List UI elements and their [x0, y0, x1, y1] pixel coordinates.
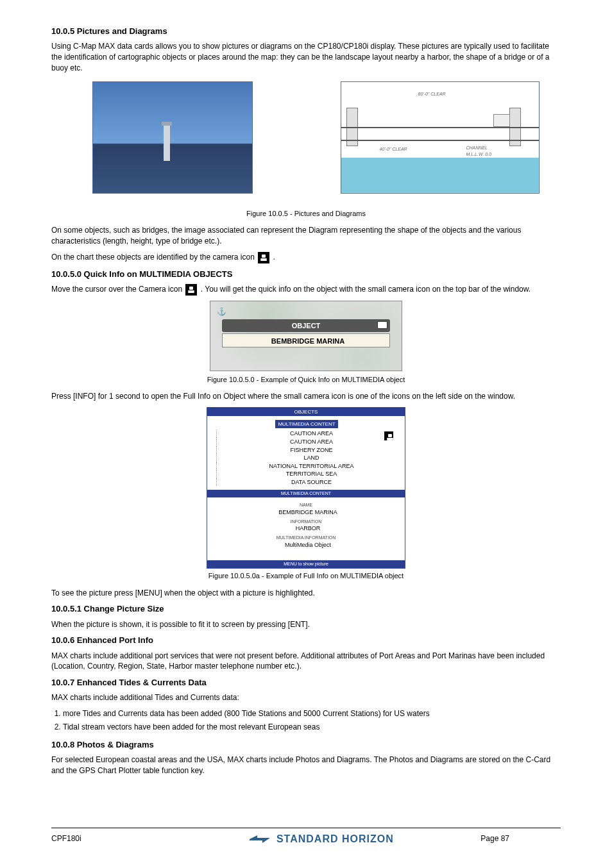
footer-brand: STANDARD HORIZON: [248, 832, 394, 846]
footer-page-number: Page 87: [480, 833, 509, 844]
heading-port-info: 10.0.6 Enhanced Port Info: [51, 635, 561, 646]
camera-icon: [258, 252, 269, 263]
fullinfo-titlebar: OBJECTS: [207, 408, 405, 416]
tree-item: CAUTION AREA: [216, 430, 400, 438]
fullinfo-tag: MULTIMEDIA CONTENT: [275, 420, 337, 428]
page-footer: CPF180i STANDARD HORIZON Page 87: [51, 828, 561, 846]
heading-photos-diagrams: 10.0.8 Photos & Diagrams: [51, 739, 561, 751]
fullinfo-top-panel: MULTIMEDIA CONTENT CAUTION AREA CAUTION …: [207, 416, 405, 490]
anchor-icon: ⚓: [217, 306, 226, 317]
figure-caption-2: Figure 10.0.5.0 - Example of Quick Info …: [51, 375, 561, 385]
para-quick-info: Move the cursor over the Camera icon . Y…: [51, 284, 561, 296]
fullinfo-midbar: MULTIMEDIA CONTENT: [207, 490, 405, 497]
quick-text-before: Move the cursor over the Camera icon: [51, 285, 182, 294]
bridge-diagram: 80'-0" CLEAR 40'-0" CLEAR CHANNEL M.L.L.…: [341, 81, 540, 194]
tree-item: NATIONAL TERRITORIAL AREA: [216, 462, 400, 471]
fullinfo-mm-label: MULTIMEDIA INFORMATION: [212, 535, 400, 541]
popup-header: OBJECT: [222, 319, 390, 332]
para-camera-icon-text: On the chart these objects are identifie…: [51, 253, 255, 262]
camera-icon-small-wrap: [383, 431, 392, 440]
lighthouse-photo: [92, 81, 253, 194]
bridge-dim-left: 40'-0" CLEAR: [380, 146, 407, 153]
para-steps-intro: To see the picture press [MENU] when the…: [51, 588, 561, 599]
list-item: more Tides and Currents data has been ad…: [63, 708, 561, 719]
bridge-dim-top: 80'-0" CLEAR: [418, 91, 446, 97]
tides-list: more Tides and Currents data has been ad…: [51, 708, 561, 733]
heading-tides: 10.0.7 Enhanced Tides & Currents Data: [51, 677, 561, 689]
tree-item: FISHERY ZONE: [216, 446, 400, 455]
para-bridge-diagram: On some objects, such as bridges, the im…: [51, 225, 561, 247]
heading-change-picture: 10.0.5.1 Change Picture Size: [51, 603, 561, 615]
camera-icon: [384, 431, 393, 440]
heading-quick-info: 10.0.5.0 Quick Info on MULTIMEDIA OBJECT…: [51, 269, 561, 280]
object-popup: ⚓ OBJECT BEMBRIDGE MARINA: [210, 301, 402, 371]
para-port-info: MAX charts include additional port servi…: [51, 651, 561, 672]
bridge-deck: [341, 127, 539, 141]
figure-caption-1: Figure 10.0.5 - Pictures and Diagrams: [51, 209, 561, 219]
para-pictures-intro: Using C-Map MAX data cards allows you to…: [51, 41, 561, 73]
bridge-dim-mllw: M.L.L.W. 0.0: [466, 151, 491, 158]
para-change-picture: When the picture is shown, it is possibl…: [51, 619, 561, 630]
fullinfo-name-label: NAME: [212, 502, 400, 508]
figure-lighthouse: [51, 81, 293, 197]
footer-model: CPF180i: [51, 833, 81, 844]
lighthouse-shape: [164, 126, 170, 161]
bridge-water: [341, 158, 539, 193]
tree-item: TERRITORIAL SEA: [216, 470, 400, 478]
list-item: Tidal stream vectors have been added for…: [63, 722, 561, 733]
fullinfo-mm-value: MultiMedia Object: [212, 541, 400, 549]
tree-item: CAUTION AREA: [216, 438, 400, 446]
camera-icon: [377, 321, 387, 329]
para-full-info: Press [INFO] for 1 second to open the Fu…: [51, 391, 561, 402]
bridge-house: [493, 114, 510, 127]
fullinfo-footer: MENU to show picture: [207, 560, 405, 568]
popup-object-name: BEMBRIDGE MARINA: [222, 333, 390, 347]
tree-item: DATA SOURCE: [216, 478, 400, 487]
fullinfo-info-value: HARBOR: [212, 524, 400, 533]
fullinfo-bottom-panel: NAME BEMBRIDGE MARINA INFORMATION HARBOR…: [207, 497, 405, 560]
brand-logo-icon: [248, 834, 271, 844]
fullinfo-info-label: INFORMATION: [212, 519, 400, 525]
full-info-window: OBJECTS MULTIMEDIA CONTENT CAUTION AREA …: [207, 407, 405, 569]
para-photos-diagrams: For selected European coastal areas and …: [51, 755, 561, 776]
figure-bridge-diagram: 80'-0" CLEAR 40'-0" CLEAR CHANNEL M.L.L.…: [319, 81, 561, 197]
quick-text-after: . You will get the quick info on the obj…: [201, 285, 531, 294]
figure-caption-3: Figure 10.0.5.0a - Example of Full Info …: [51, 571, 561, 581]
bridge-dim-channel: CHANNEL: [466, 145, 488, 151]
fullinfo-tree: CAUTION AREA CAUTION AREA FISHERY ZONE L…: [214, 430, 400, 486]
footer-brand-text: STANDARD HORIZON: [276, 832, 394, 846]
figure-row-1: 80'-0" CLEAR 40'-0" CLEAR CHANNEL M.L.L.…: [51, 81, 561, 197]
camera-icon: [185, 284, 197, 296]
heading-pictures-diagrams: 10.0.5 Pictures and Diagrams: [51, 26, 561, 37]
para-tides-intro: MAX charts include additional Tides and …: [51, 692, 561, 703]
para-camera-icon: On the chart these objects are identifie…: [51, 252, 561, 263]
tree-item: LAND: [216, 454, 400, 462]
fullinfo-name-value: BEMBRIDGE MARINA: [212, 508, 400, 517]
